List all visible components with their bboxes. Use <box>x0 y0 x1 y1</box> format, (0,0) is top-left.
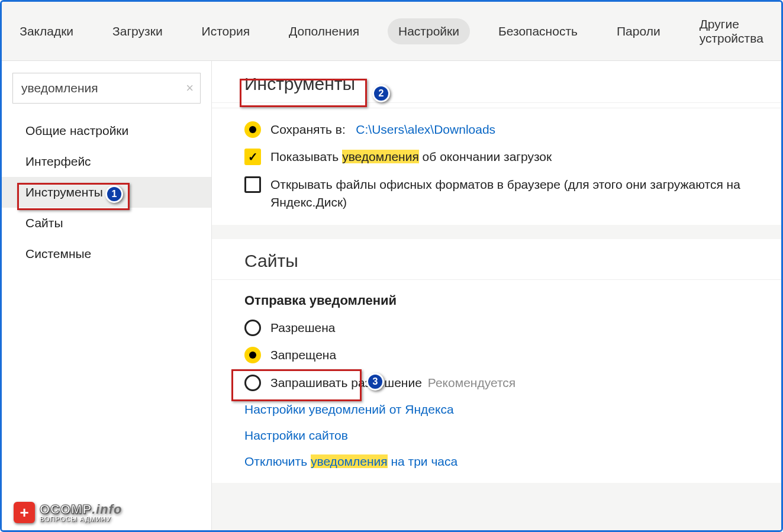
checkbox-icon[interactable] <box>244 149 261 165</box>
option-allowed[interactable]: Разрешена <box>212 314 781 341</box>
tab-passwords[interactable]: Пароли <box>606 18 671 44</box>
sidebar-item-system[interactable]: Системные <box>2 238 211 269</box>
save-to-label: Сохранять в: <box>270 122 346 136</box>
option-open-office[interactable]: Открывать файлы офисных форматов в брауз… <box>212 171 781 217</box>
section-title-sites: Сайты <box>212 239 781 280</box>
sidebar-item-sites[interactable]: Сайты <box>2 208 211 238</box>
recommended-label: Рекомендуется <box>428 376 515 389</box>
tab-other-devices[interactable]: Другие устройства <box>689 11 774 51</box>
radio-icon[interactable] <box>244 347 261 363</box>
tab-settings[interactable]: Настройки <box>388 18 470 44</box>
link-site-settings[interactable]: Настройки сайтов <box>212 423 781 449</box>
section-title-tools: Инструменты <box>212 61 781 103</box>
highlight-text: уведомления <box>311 454 388 468</box>
radio-icon[interactable] <box>244 320 261 336</box>
top-tabs: Закладки Загрузки История Дополнения Нас… <box>2 2 781 61</box>
search-input[interactable] <box>12 73 201 104</box>
option-forbidden[interactable]: Запрещена <box>212 341 781 369</box>
tab-history[interactable]: История <box>191 18 260 44</box>
sidebar-item-general[interactable]: Общие настройки <box>2 115 211 146</box>
option-notify-downloads[interactable]: Показывать уведомления об окончании загр… <box>212 143 781 170</box>
tab-security[interactable]: Безопасность <box>488 18 588 44</box>
radio-icon[interactable] <box>244 121 261 138</box>
subheading-send-notifications: Отправка уведомлений <box>212 280 781 314</box>
tab-downloads[interactable]: Загрузки <box>102 18 173 44</box>
watermark: + OCOMP.info ВОПРОСЫ АДМИНУ <box>14 502 123 523</box>
highlight-text: уведомления <box>342 150 419 163</box>
link-disable-notifications[interactable]: Отключить уведомления на три часа <box>212 449 781 475</box>
option-save-to[interactable]: Сохранять в: C:\Users\alex\Downloads <box>212 116 781 143</box>
save-path-link[interactable]: C:\Users\alex\Downloads <box>356 122 495 136</box>
radio-icon[interactable] <box>244 375 261 391</box>
tab-addons[interactable]: Дополнения <box>278 18 370 44</box>
sidebar-item-interface[interactable]: Интерфейс <box>2 146 211 177</box>
sidebar-item-tools[interactable]: Инструменты <box>2 177 211 208</box>
option-ask[interactable]: Запрашивать разрешениеРекомендуется <box>212 369 781 396</box>
tab-bookmarks[interactable]: Закладки <box>9 18 84 44</box>
checkbox-icon[interactable] <box>244 176 261 193</box>
clear-icon[interactable]: × <box>186 82 194 95</box>
plus-icon: + <box>14 502 35 523</box>
link-yandex-notifications[interactable]: Настройки уведомлений от Яндекса <box>212 396 781 423</box>
sidebar: × Общие настройки Интерфейс Инструменты … <box>2 61 212 530</box>
main-content: Инструменты Сохранять в: C:\Users\alex\D… <box>212 61 781 530</box>
